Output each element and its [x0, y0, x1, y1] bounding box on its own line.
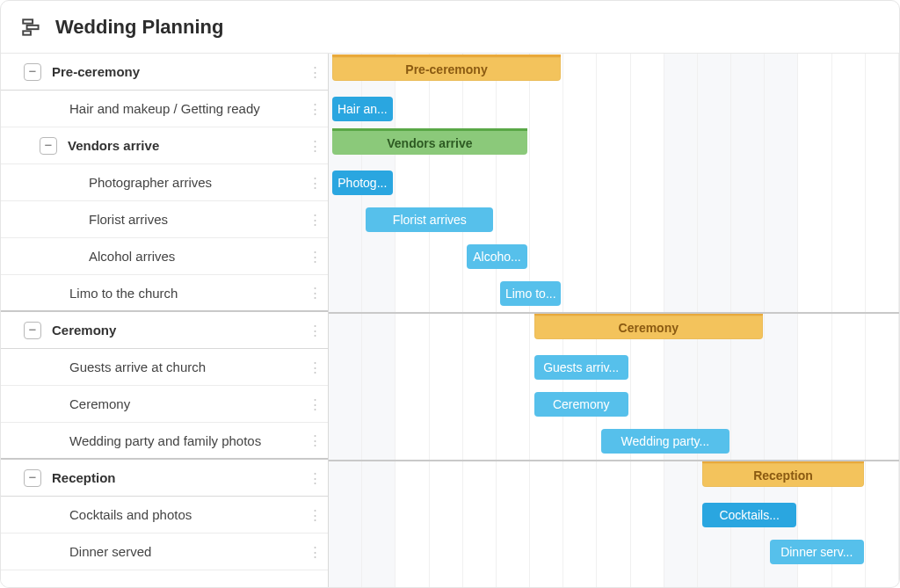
drag-handle-icon[interactable] — [301, 201, 328, 237]
task-list: − Pre-ceremony Hair and makeup / Getting… — [1, 54, 329, 587]
group-row-reception[interactable]: − Reception — [1, 460, 328, 497]
row-label: Dinner served — [69, 544, 301, 559]
task-row-florist[interactable]: Florist arrives — [1, 201, 328, 238]
collapse-toggle[interactable]: − — [24, 322, 41, 339]
row-label: Vendors arrive — [68, 138, 301, 153]
task-row-limo[interactable]: Limo to the church — [1, 275, 328, 312]
task-row-photographer[interactable]: Photographer arrives — [1, 164, 328, 201]
row-label: Wedding party and family photos — [69, 433, 301, 448]
gantt-bar[interactable]: Ceremony — [534, 313, 763, 339]
drag-handle-icon[interactable] — [301, 312, 328, 348]
svg-rect-1 — [27, 25, 39, 28]
group-row-pre-ceremony[interactable]: − Pre-ceremony — [1, 54, 328, 91]
drag-handle-icon[interactable] — [301, 497, 328, 533]
task-row-guests[interactable]: Guests arrive at church — [1, 349, 328, 386]
gantt-bar[interactable]: Limo to... — [500, 281, 561, 306]
gantt-bar[interactable]: Guests arriv... — [534, 355, 628, 380]
task-row-photos[interactable]: Wedding party and family photos — [1, 423, 328, 460]
drag-handle-icon[interactable] — [301, 386, 328, 422]
task-row-alcohol[interactable]: Alcohol arrives — [1, 238, 328, 275]
drag-handle-icon[interactable] — [301, 423, 328, 458]
gantt-bar[interactable]: Pre-ceremony — [332, 54, 561, 81]
page-title: Wedding Planning — [55, 16, 223, 39]
gantt-bar[interactable]: Hair an... — [332, 97, 393, 121]
drag-handle-icon[interactable] — [301, 54, 328, 90]
gantt-bar[interactable]: Dinner serv... — [770, 540, 864, 564]
row-label: Alcohol arrives — [89, 249, 301, 264]
svg-rect-0 — [23, 19, 33, 23]
drag-handle-icon[interactable] — [301, 534, 328, 570]
drag-handle-icon[interactable] — [301, 460, 328, 496]
task-row-dinner[interactable]: Dinner served — [1, 534, 328, 570]
task-row-cocktails[interactable]: Cocktails and photos — [1, 497, 328, 534]
section-separator — [329, 312, 899, 314]
gantt-bar[interactable]: Wedding party... — [601, 429, 729, 454]
gantt-bar[interactable]: Photog... — [332, 171, 393, 195]
group-row-ceremony[interactable]: − Ceremony — [1, 312, 328, 349]
task-row-ceremony[interactable]: Ceremony — [1, 386, 328, 423]
page-header: Wedding Planning — [1, 1, 899, 54]
collapse-toggle[interactable]: − — [24, 469, 41, 487]
gantt-icon — [20, 16, 43, 39]
gantt-app: Wedding Planning − Pre-ceremony Hair and… — [0, 0, 900, 588]
row-label: Pre-ceremony — [52, 64, 301, 79]
drag-handle-icon[interactable] — [301, 275, 328, 310]
section-separator — [329, 460, 899, 461]
row-label: Photographer arrives — [89, 175, 301, 190]
svg-rect-2 — [23, 31, 31, 34]
drag-handle-icon[interactable] — [301, 164, 328, 200]
gantt-bar[interactable]: Reception — [702, 461, 863, 487]
row-label: Hair and makeup / Getting ready — [69, 101, 301, 116]
gantt-body: − Pre-ceremony Hair and makeup / Getting… — [1, 54, 899, 587]
row-label: Ceremony — [52, 323, 301, 338]
row-label: Guests arrive at church — [69, 359, 301, 374]
gantt-bar[interactable]: Florist arrives — [366, 207, 493, 232]
gantt-bar[interactable]: Vendors arrive — [332, 128, 527, 155]
drag-handle-icon[interactable] — [301, 238, 328, 274]
row-label: Reception — [52, 470, 301, 485]
drag-handle-icon[interactable] — [301, 349, 328, 385]
drag-handle-icon[interactable] — [301, 91, 328, 127]
gantt-bar[interactable]: Alcoho... — [467, 244, 527, 269]
collapse-toggle[interactable]: − — [40, 137, 57, 155]
task-row-hair-makeup[interactable]: Hair and makeup / Getting ready — [1, 91, 328, 127]
timeline-pane[interactable]: Pre-ceremonyHair an...Vendors arrivePhot… — [329, 54, 899, 587]
subgroup-row-vendors[interactable]: − Vendors arrive — [1, 127, 328, 164]
row-label: Ceremony — [69, 396, 301, 411]
collapse-toggle[interactable]: − — [24, 63, 41, 81]
row-label: Limo to the church — [69, 286, 301, 301]
gantt-bar[interactable]: Ceremony — [534, 392, 628, 417]
drag-handle-icon[interactable] — [301, 127, 328, 163]
row-label: Florist arrives — [89, 212, 301, 227]
gantt-bar[interactable]: Cocktails... — [702, 503, 796, 527]
row-label: Cocktails and photos — [69, 507, 301, 522]
